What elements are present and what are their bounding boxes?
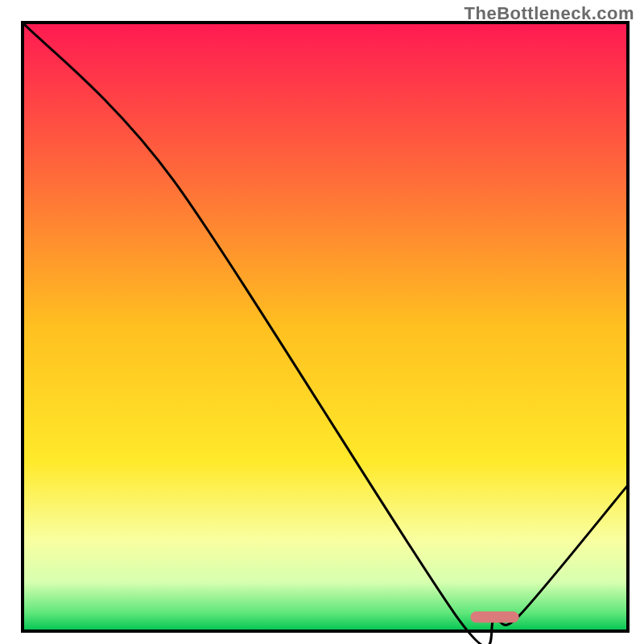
chart-frame: TheBottleneck.com [0,0,644,644]
bottleneck-chart [0,0,644,644]
plot-background [23,23,628,631]
watermark-label: TheBottleneck.com [464,3,634,24]
optimal-zone-marker [470,612,518,623]
